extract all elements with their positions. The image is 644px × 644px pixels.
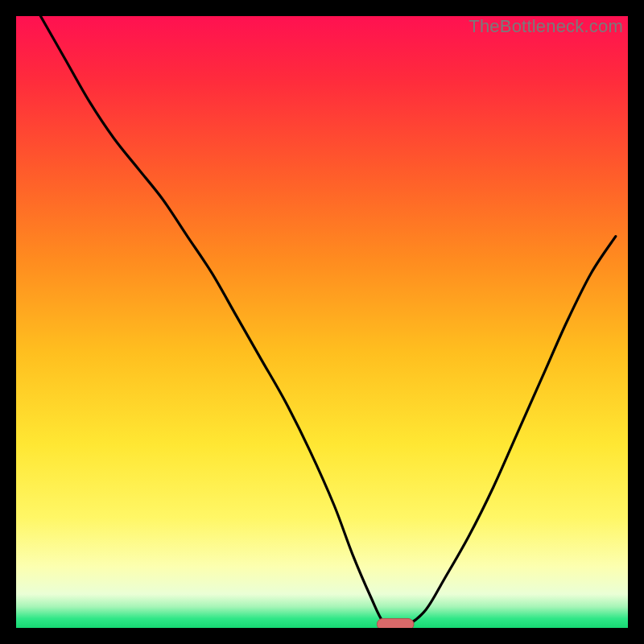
gradient-background: [16, 16, 628, 628]
watermark-label: TheBottleneck.com: [469, 16, 623, 37]
chart-frame: TheBottleneck.com: [16, 16, 628, 628]
bottleneck-chart: [16, 16, 628, 628]
optimum-marker: [377, 618, 414, 628]
